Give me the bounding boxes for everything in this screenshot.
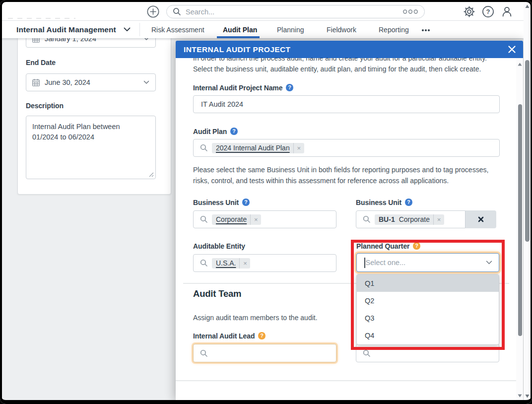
gear-icon[interactable]	[463, 5, 475, 18]
modal-title: INTERNAL AUDIT PROJECT	[184, 45, 290, 54]
search-icon	[173, 7, 181, 16]
audit-plan-details-card: January 1, 2024 End Date June 30, 2024 D…	[17, 29, 171, 195]
tag-remove-icon[interactable]: ×	[240, 260, 250, 267]
auditable-entity-tag: U.S.A. ×	[212, 258, 250, 269]
more-tabs-icon[interactable]	[422, 29, 430, 31]
search-icon	[363, 349, 371, 357]
active-tab-underline	[217, 36, 260, 38]
business-unit-note: Please select the same Business Unit in …	[193, 165, 506, 186]
team-member-input[interactable]	[356, 344, 499, 362]
planned-quarter-dropdown: Q1 Q2 Q3 Q4	[356, 274, 499, 345]
search-icon	[363, 215, 371, 223]
search-placeholder: Search...	[186, 8, 403, 16]
logo-redacted	[2, 2, 78, 19]
calendar-icon	[32, 78, 40, 87]
help-tooltip-icon[interactable]: ?	[242, 199, 250, 206]
description-label: Description	[26, 102, 64, 110]
internal-audit-lead-input[interactable]	[193, 344, 336, 362]
tab-audit-plan[interactable]: Audit Plan	[223, 25, 257, 35]
help-tooltip-icon[interactable]: ?	[405, 199, 412, 206]
dropdown-option-q2[interactable]: Q2	[357, 292, 499, 309]
help-tooltip-icon[interactable]: ?	[413, 242, 420, 250]
help-tooltip-icon[interactable]: ?	[286, 84, 293, 91]
user-icon[interactable]	[501, 5, 513, 18]
help-tooltip-icon[interactable]: ?	[230, 128, 238, 135]
internal-audit-project-modal: In order to launch the process audit, na…	[176, 41, 523, 400]
dropdown-option-q3[interactable]: Q3	[357, 310, 499, 327]
tag-label[interactable]: 2024 Internal Audit Plan	[212, 144, 293, 152]
dropdown-option-q1[interactable]: Q1	[357, 274, 499, 292]
search-options-icon[interactable]	[403, 9, 418, 14]
business-unit-tag: Corporate ×	[212, 214, 261, 225]
clear-field-button[interactable]	[466, 210, 496, 228]
planned-quarter-select[interactable]: Select one...	[356, 253, 499, 272]
audit-plan-label: Audit Plan ?	[193, 128, 238, 135]
tag-label[interactable]: Corporate	[395, 215, 433, 223]
dropdown-option-q4[interactable]: Q4	[357, 327, 499, 344]
tab-planning[interactable]: Planning	[277, 25, 304, 35]
tab-fieldwork[interactable]: Fieldwork	[327, 25, 356, 35]
project-name-value: IT Audit 2024	[201, 100, 243, 108]
svg-text:?: ?	[486, 8, 490, 15]
text-caret	[364, 258, 365, 268]
description-value: Internal Audit Plan between 01/2024 to 0…	[32, 122, 146, 142]
chevron-down-icon	[143, 80, 149, 84]
planned-quarter-label: Planned Quarter ?	[356, 242, 420, 250]
business-unit-right-label: Business Unit ?	[356, 199, 412, 206]
logo-redacted-smudge	[8, 18, 75, 19]
chevron-down-icon	[486, 261, 492, 265]
help-icon[interactable]: ?	[482, 5, 494, 18]
scroll-down-icon[interactable]	[525, 394, 530, 398]
tag-remove-icon[interactable]: ×	[434, 216, 444, 223]
search-icon	[200, 144, 208, 152]
search-icon	[200, 349, 208, 357]
tag-remove-icon[interactable]: ×	[294, 144, 304, 152]
business-unit-right-tag: BU-1 Corporate ×	[375, 214, 444, 225]
internal-audit-lead-label: Internal Audit Lead ?	[193, 332, 266, 339]
end-date-value: June 30, 2024	[45, 78, 143, 86]
search-icon	[200, 259, 208, 267]
tag-remove-icon[interactable]: ×	[251, 216, 261, 223]
quick-add-icon[interactable]	[147, 5, 159, 18]
audit-team-heading: Audit Team	[193, 288, 241, 299]
clear-x-icon	[478, 216, 484, 222]
scroll-up-icon[interactable]	[518, 63, 522, 66]
app-switcher[interactable]: Internal Audit Management	[16, 25, 116, 35]
footer-divider	[176, 380, 516, 381]
tab-risk-assessment[interactable]: Risk Assessment	[151, 25, 204, 35]
business-unit-left-select[interactable]: Corporate ×	[193, 210, 336, 228]
auditable-entity-select[interactable]: U.S.A. ×	[193, 254, 336, 272]
business-unit-right-select[interactable]: BU-1 Corporate ×	[356, 210, 466, 228]
tag-label[interactable]: U.S.A.	[212, 259, 239, 267]
end-date-label: End Date	[26, 59, 56, 67]
audit-plan-tag: 2024 Internal Audit Plan ×	[212, 143, 304, 153]
search-icon	[200, 215, 208, 223]
modal-header: INTERNAL AUDIT PROJECT	[176, 41, 523, 58]
audit-plan-select[interactable]: 2024 Internal Audit Plan ×	[193, 139, 500, 157]
tab-reporting[interactable]: Reporting	[379, 25, 409, 35]
application-window: Search... ? January 1,	[0, 0, 532, 404]
global-search-input[interactable]: Search...	[166, 5, 425, 18]
business-unit-right-field: BU-1 Corporate ×	[356, 210, 496, 228]
description-textarea[interactable]: Internal Audit Plan between 01/2024 to 0…	[26, 116, 156, 179]
scroll-up-icon[interactable]	[525, 4, 530, 8]
end-date-input[interactable]: June 30, 2024	[26, 73, 156, 91]
project-name-label: Internal Audit Project Name ?	[193, 84, 293, 91]
tag-label[interactable]: Corporate	[212, 215, 250, 223]
modal-scrollbar-thumb[interactable]	[518, 104, 523, 336]
resize-handle-icon[interactable]	[149, 172, 154, 177]
nav-divider	[139, 23, 140, 36]
page-scrollbar-thumb[interactable]	[525, 60, 530, 242]
tag-prefix: BU-1	[375, 215, 395, 223]
close-icon[interactable]	[508, 45, 516, 54]
auditable-entity-label: Auditable Entity	[193, 242, 245, 250]
help-tooltip-icon[interactable]: ?	[258, 332, 266, 339]
planned-quarter-placeholder: Select one...	[366, 259, 486, 267]
business-unit-left-label: Business Unit ?	[193, 199, 250, 206]
scroll-down-icon[interactable]	[518, 394, 522, 398]
chevron-down-icon[interactable]	[124, 27, 131, 32]
project-name-input[interactable]: IT Audit 2024	[193, 95, 500, 113]
